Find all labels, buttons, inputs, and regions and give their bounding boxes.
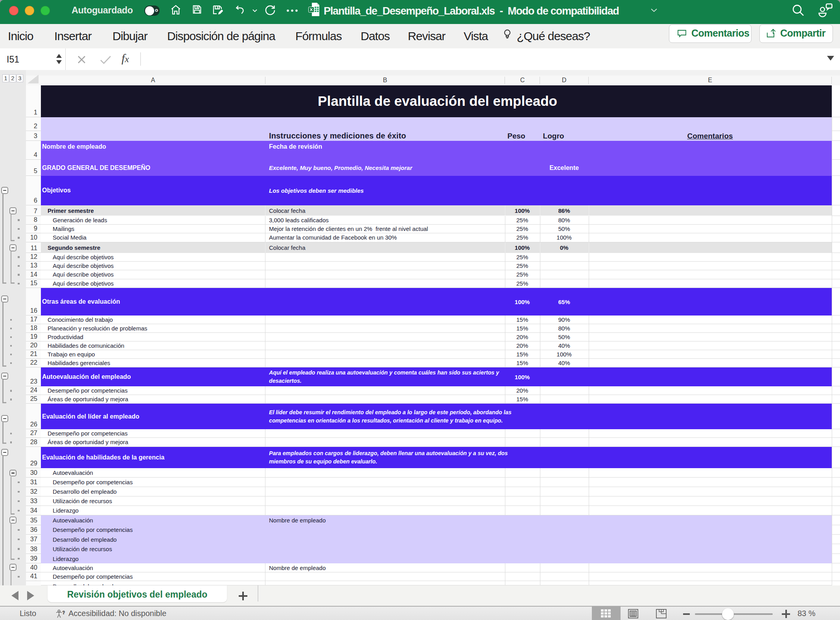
svg-text:?: ?	[63, 611, 65, 615]
